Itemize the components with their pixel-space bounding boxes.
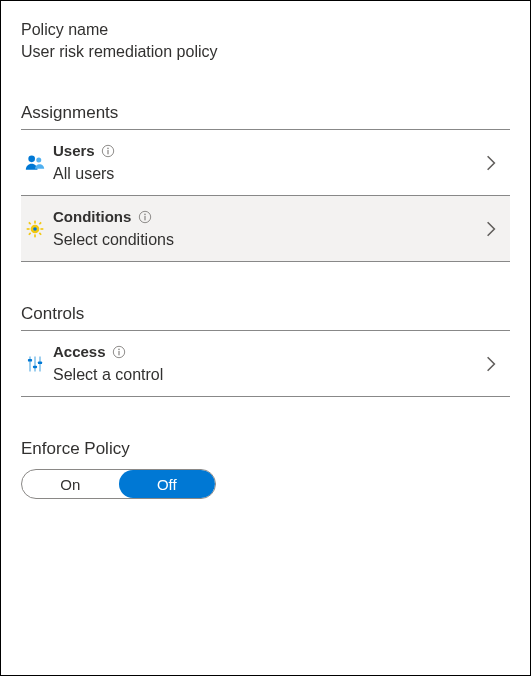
svg-point-14 xyxy=(33,227,37,231)
enforce-label: Enforce Policy xyxy=(21,439,510,459)
gear-icon xyxy=(25,219,45,239)
sliders-icon xyxy=(25,354,45,374)
svg-rect-8 xyxy=(27,228,30,230)
assignments-item-users-value: All users xyxy=(53,165,480,183)
svg-rect-11 xyxy=(39,232,42,235)
svg-rect-10 xyxy=(28,221,31,224)
controls-list: Access Select a control xyxy=(21,331,510,397)
svg-point-25 xyxy=(118,348,120,350)
info-icon[interactable] xyxy=(112,344,127,359)
svg-rect-4 xyxy=(108,149,109,153)
enforce-toggle-off[interactable]: Off xyxy=(119,470,216,498)
controls-item-access-title: Access xyxy=(53,343,106,360)
assignments-item-conditions-value: Select conditions xyxy=(53,231,480,249)
svg-rect-6 xyxy=(34,220,36,223)
chevron-right-icon xyxy=(480,152,502,174)
assignments-section: Assignments Users All users xyxy=(21,103,510,262)
assignments-item-users-title: Users xyxy=(53,142,95,159)
svg-rect-9 xyxy=(40,228,43,230)
controls-item-access-value: Select a control xyxy=(53,366,480,384)
svg-rect-17 xyxy=(144,215,145,219)
chevron-right-icon xyxy=(480,353,502,375)
svg-point-16 xyxy=(144,213,146,215)
assignments-list: Users All users xyxy=(21,130,510,262)
enforce-toggle-on[interactable]: On xyxy=(22,470,119,498)
enforce-section: Enforce Policy On Off xyxy=(21,439,510,499)
info-icon[interactable] xyxy=(137,209,152,224)
assignments-item-conditions-title: Conditions xyxy=(53,208,131,225)
controls-item-access[interactable]: Access Select a control xyxy=(21,331,510,396)
svg-rect-18 xyxy=(29,356,31,371)
policy-name-value: User risk remediation policy xyxy=(21,43,510,61)
controls-header: Controls xyxy=(21,304,510,331)
svg-rect-12 xyxy=(39,221,42,224)
svg-rect-19 xyxy=(34,356,36,371)
enforce-toggle[interactable]: On Off xyxy=(21,469,216,499)
info-icon[interactable] xyxy=(101,143,116,158)
svg-rect-7 xyxy=(34,234,36,237)
chevron-right-icon xyxy=(480,218,502,240)
users-icon xyxy=(25,153,45,173)
svg-rect-23 xyxy=(38,361,42,364)
svg-point-0 xyxy=(28,155,35,162)
assignments-item-users[interactable]: Users All users xyxy=(21,130,510,195)
svg-rect-22 xyxy=(33,365,37,368)
assignments-header: Assignments xyxy=(21,103,510,130)
svg-point-3 xyxy=(107,147,109,149)
svg-rect-13 xyxy=(28,232,31,235)
controls-section: Controls Access xyxy=(21,304,510,397)
svg-rect-21 xyxy=(28,359,32,362)
assignments-item-conditions[interactable]: Conditions Select conditions xyxy=(21,195,510,261)
policy-name-label: Policy name xyxy=(21,21,510,39)
svg-rect-26 xyxy=(118,350,119,354)
svg-point-1 xyxy=(36,157,41,162)
